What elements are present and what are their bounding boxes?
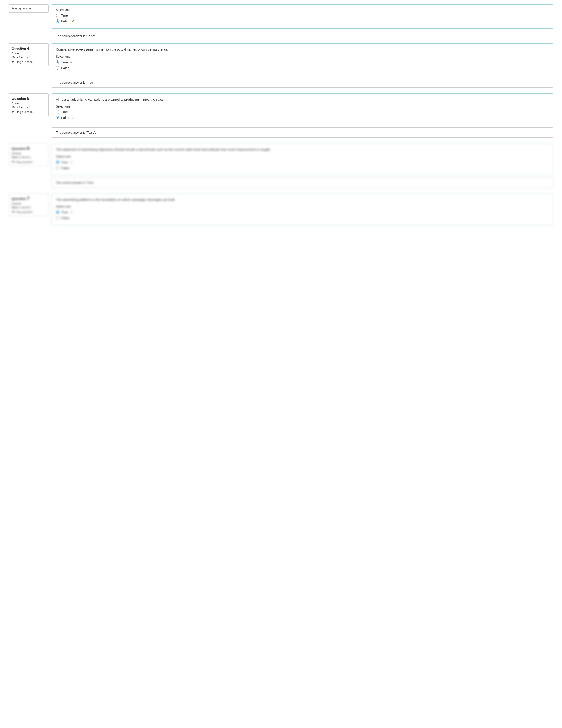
sidebar-q4: Question 4CorrectMark 1 out of 1⚑Flag qu… — [9, 43, 49, 66]
option-label-true: True — [61, 13, 68, 17]
radio-option-0[interactable]: True — [56, 13, 549, 17]
radio-input-false[interactable] — [56, 216, 59, 220]
radio-option-0[interactable]: True✓ — [56, 60, 549, 64]
option-label-false: False — [61, 166, 69, 170]
radio-input-true[interactable] — [56, 14, 59, 17]
radio-input-true[interactable] — [56, 110, 59, 114]
question-title: Question 4 — [12, 46, 46, 51]
question-block-q7: Question 7CorrectMark 1 out of 1⚑Flag qu… — [9, 193, 553, 226]
sidebar-q5: Question 5CorrectMark 1 out of 1⚑Flag qu… — [9, 93, 49, 116]
sidebar-q7: Question 7CorrectMark 1 out of 1⚑Flag qu… — [9, 193, 49, 216]
correct-answer-box: The correct answer is 'False'. — [51, 127, 553, 138]
question-text: Almost all advertising campaigns are aim… — [56, 97, 549, 102]
question-mark: Mark 1 out of 1 — [12, 155, 46, 159]
answer-box: The statement of advertising objectives … — [51, 143, 553, 175]
option-label-false: False — [61, 66, 69, 70]
question-title: Question 6 — [12, 146, 46, 151]
main-q4: Comparative advertisements mention the a… — [51, 43, 553, 88]
question-mark: Mark 1 out of 1 — [12, 55, 46, 59]
main-q6: The statement of advertising objectives … — [51, 143, 553, 188]
option-label-false: False — [61, 116, 69, 119]
radio-input-true[interactable] — [56, 160, 59, 164]
flag-icon: ⚑ — [12, 160, 15, 164]
radio-input-false[interactable] — [56, 116, 59, 119]
option-label-true: True — [61, 210, 68, 214]
flag-question-button[interactable]: ⚑ Flag question — [12, 7, 32, 10]
flag-question-button[interactable]: ⚑Flag question — [12, 60, 33, 64]
correct-answer-box: The correct answer is 'True'. — [51, 178, 553, 188]
radio-option-1[interactable]: False — [56, 216, 549, 220]
question-status: Correct — [12, 52, 46, 55]
flag-label: Flag question — [15, 110, 33, 114]
correct-answer-box: The correct answer is 'True'. — [51, 78, 553, 88]
radio-input-false[interactable] — [56, 66, 59, 70]
flag-icon: ⚑ — [12, 110, 15, 114]
question-mark: Mark 1 out of 1 — [12, 206, 46, 209]
question-status: Correct — [12, 102, 46, 105]
option-label-true: True — [61, 110, 68, 114]
question-status: Correct — [12, 202, 46, 205]
main-q5: Almost all advertising campaigns are aim… — [51, 93, 553, 138]
radio-input-true[interactable] — [56, 60, 59, 64]
question-title: Question 5 — [12, 96, 46, 101]
correct-checkmark: ✓ — [70, 160, 73, 164]
correct-checkmark: ✓ — [70, 210, 73, 214]
select-one-label: Select one: — [56, 8, 549, 12]
question-title: Question 7 — [12, 196, 46, 201]
correct-checkmark: ✓ — [72, 116, 74, 120]
answer-box: Select one:TrueFalse✓ — [51, 4, 553, 29]
question-text: The advertising platform is the foundati… — [56, 197, 549, 202]
question-block-q4: Question 4CorrectMark 1 out of 1⚑Flag qu… — [9, 43, 553, 88]
radio-option-1[interactable]: False — [56, 166, 549, 170]
main-q7: The advertising platform is the foundati… — [51, 193, 553, 226]
question-text: The statement of advertising objectives … — [56, 147, 549, 152]
radio-input-false[interactable] — [56, 166, 59, 170]
flag-label: Flag question — [15, 7, 32, 10]
radio-option-0[interactable]: True — [56, 110, 549, 114]
flag-question-button[interactable]: ⚑Flag question — [12, 210, 33, 214]
question-block-q6: Question 6CorrectMark 1 out of 1⚑Flag qu… — [9, 143, 553, 188]
select-one-label: Select one: — [56, 55, 549, 58]
question-mark: Mark 1 out of 1 — [12, 106, 46, 109]
flag-label: Flag question — [15, 160, 33, 164]
answer-box: Almost all advertising campaigns are aim… — [51, 93, 553, 125]
question-sidebar-top: ⚑ Flag question — [9, 4, 49, 13]
question-block-q5: Question 5CorrectMark 1 out of 1⚑Flag qu… — [9, 93, 553, 138]
correct-checkmark: ✓ — [72, 19, 74, 23]
option-label-false: False — [61, 216, 69, 220]
flag-label: Flag question — [15, 210, 33, 214]
option-label-false: False — [61, 19, 69, 23]
correct-answer-box: The correct answer is 'False'. — [51, 31, 553, 41]
radio-option-1[interactable]: False — [56, 66, 549, 70]
select-one-label: Select one: — [56, 205, 549, 208]
question-text: Comparative advertisements mention the a… — [56, 47, 549, 52]
radio-option-1[interactable]: False✓ — [56, 19, 549, 23]
flag-label: Flag question — [15, 60, 33, 64]
radio-input-false[interactable] — [56, 19, 59, 23]
option-label-true: True — [61, 60, 68, 64]
radio-option-0[interactable]: True✓ — [56, 160, 549, 164]
flag-icon: ⚑ — [12, 60, 15, 64]
flag-question-button[interactable]: ⚑Flag question — [12, 110, 33, 114]
radio-option-1[interactable]: False✓ — [56, 116, 549, 120]
question-main-top: Select one:TrueFalse✓The correct answer … — [51, 4, 553, 41]
answer-box: The advertising platform is the foundati… — [51, 193, 553, 226]
select-one-label: Select one: — [56, 105, 549, 108]
radio-input-true[interactable] — [56, 210, 59, 214]
option-label-true: True — [61, 160, 68, 164]
sidebar-q6: Question 6CorrectMark 1 out of 1⚑Flag qu… — [9, 143, 49, 166]
question-status: Correct — [12, 152, 46, 155]
flag-icon: ⚑ — [12, 7, 14, 10]
select-one-label: Select one: — [56, 155, 549, 158]
correct-checkmark: ✓ — [70, 60, 73, 64]
flag-question-button[interactable]: ⚑Flag question — [12, 160, 33, 164]
answer-box: Comparative advertisements mention the a… — [51, 43, 553, 75]
radio-option-0[interactable]: True✓ — [56, 210, 549, 214]
flag-icon: ⚑ — [12, 210, 15, 214]
